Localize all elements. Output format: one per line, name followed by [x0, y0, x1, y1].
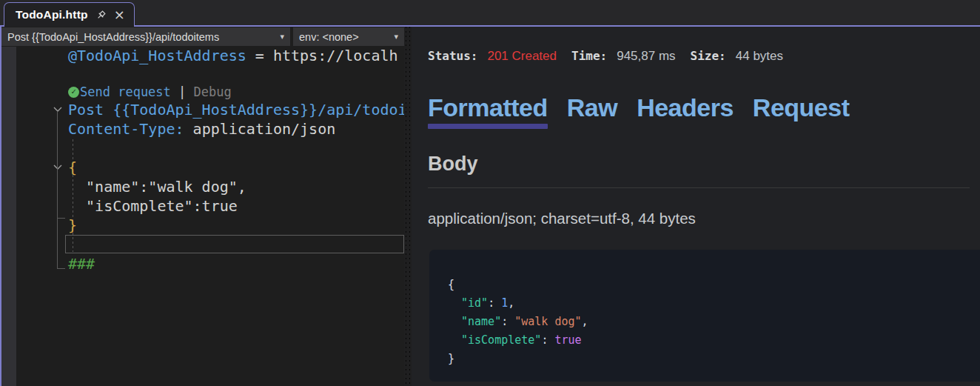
time-value: 945,87 ms [617, 49, 675, 64]
editor-line-request[interactable]: Post {{TodoApi_HostAddress}}/api/todoi [68, 100, 404, 119]
editor-line-content-type[interactable]: Content-Type: application/json [68, 119, 335, 139]
fold-end-tick [57, 268, 65, 269]
editor-line-json-name[interactable]: "name":"walk dog", [68, 177, 246, 196]
size-label: Size: [691, 49, 726, 63]
status-label: Status: [428, 49, 477, 63]
editor-line-variable[interactable]: @TodoApi_HostAddress = https://localh [68, 46, 398, 65]
close-icon[interactable]: × [114, 8, 125, 21]
response-tab-strip: Formatted Raw Headers Request [428, 93, 850, 129]
editor-line-separator[interactable]: ### [68, 254, 95, 273]
request-selector-label: Post {{TodoApi_HostAddress}}/api/todoite… [7, 31, 275, 43]
status-value: 201 Created [487, 49, 557, 64]
json-row-iscomplete: "isComplete": true [448, 331, 980, 350]
tab-headers[interactable]: Headers [637, 93, 734, 129]
fold-region-line [57, 111, 58, 268]
codelens-separator: | [178, 83, 186, 101]
codelens-row: ✓Send request | Debug [68, 83, 232, 101]
http-editor-pane: Post {{TodoApi_HostAddress}}/api/todoite… [0, 27, 404, 386]
request-selector-dropdown[interactable]: Post {{TodoApi_HostAddress}}/api/todoite… [1, 27, 290, 46]
tab-todoapi-http[interactable]: TodoApi.http × [4, 2, 135, 27]
app-window: TodoApi.http × Post {{TodoApi_HostAddres… [0, 0, 980, 386]
editor-line-open-brace[interactable]: { [68, 158, 77, 177]
response-panel: Status: 201 Created Time: 945,87 ms Size… [412, 27, 980, 386]
fold-chevron-icon[interactable] [53, 160, 63, 173]
debug-link[interactable]: Debug [194, 83, 232, 101]
json-row-name: "name": "walk dog", [448, 313, 980, 331]
editor-line-json-iscomplete[interactable]: "isComplete":true [68, 196, 238, 216]
chevron-down-icon: ▾ [280, 32, 284, 41]
http-variable-value: = https://localh [246, 47, 398, 64]
fold-end-tick [58, 218, 65, 219]
json-row-id: "id": 1, [448, 294, 980, 313]
response-body-json: { "id": 1, "name": "walk dog", "isComple… [429, 250, 980, 382]
active-tab-underline [428, 124, 548, 129]
pin-icon[interactable] [95, 10, 107, 21]
tab-title: TodoApi.http [16, 8, 88, 21]
json-open-brace: { [448, 276, 980, 294]
size-value: 44 bytes [736, 49, 783, 64]
editor-line-close-brace[interactable]: } [68, 216, 77, 235]
response-status-row: Status: 201 Created Time: 945,87 ms Size… [428, 49, 798, 64]
env-selector-dropdown[interactable]: env: <none> ▾ [293, 27, 404, 46]
fold-chevron-icon[interactable] [53, 102, 63, 116]
header-name: Content-Type: [68, 120, 184, 138]
json-close-brace: } [448, 350, 980, 368]
pane-splitter[interactable] [404, 27, 412, 386]
tab-formatted[interactable]: Formatted [428, 93, 548, 129]
time-label: Time: [571, 49, 607, 63]
env-selector-label: env: <none> [299, 31, 389, 43]
section-divider [428, 187, 970, 188]
body-section-title: Body [428, 153, 478, 176]
editor-glyph-margin [1, 47, 16, 386]
chevron-down-icon: ▾ [394, 32, 398, 41]
response-content-type: application/json; charset=utf-8, 44 byte… [428, 210, 696, 227]
current-line-highlight[interactable] [65, 235, 404, 253]
tab-request[interactable]: Request [753, 93, 850, 129]
send-request-link[interactable]: Send request [80, 83, 171, 101]
http-variable-name: @TodoApi_HostAddress [68, 47, 246, 64]
header-value: application/json [184, 120, 336, 138]
tab-raw[interactable]: Raw [567, 93, 617, 129]
send-request-check-icon: ✓ [68, 87, 79, 98]
editor-tab-bar: TodoApi.http × [0, 0, 980, 27]
